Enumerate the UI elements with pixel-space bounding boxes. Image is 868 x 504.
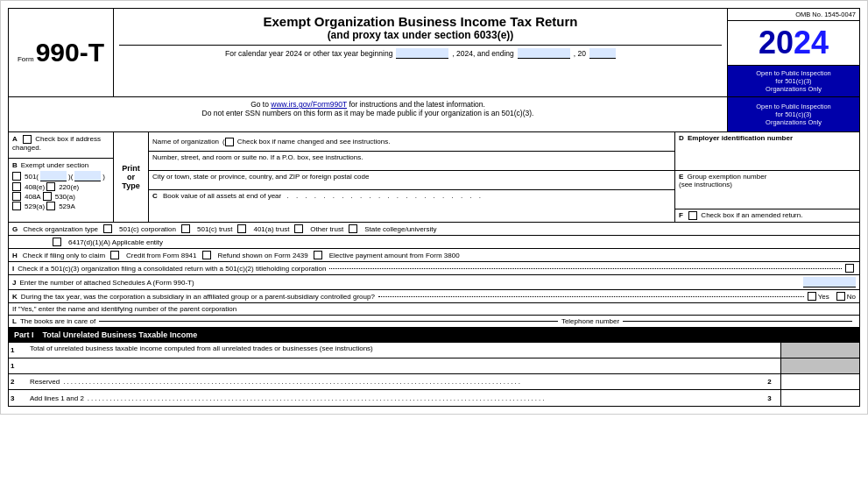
row-ab-section: A Check box if address changed. BExempt … (9, 132, 859, 223)
open-public-line2: for 501(c)(3) (731, 77, 856, 85)
label-l: L (12, 317, 17, 325)
form-title-block: Exempt Organization Business Income Tax … (114, 9, 728, 96)
label-j: J (12, 279, 16, 287)
book-dots: . . . . . . . . . . . . . . . . . . . . … (286, 192, 483, 200)
text-h: Check if filing only to claim (23, 252, 105, 259)
book-row: C Book value of all assets at end of yea… (149, 190, 674, 206)
text-g: Check organization type (23, 225, 98, 233)
label-k: K (12, 293, 18, 301)
label-g-501trust: 501(c) trust (197, 225, 232, 233)
year-display: 2024 (759, 25, 829, 60)
tax-year-end-input[interactable] (518, 48, 570, 59)
checkbox-h-8941[interactable] (110, 251, 119, 259)
checkbox-name-changed[interactable] (225, 138, 234, 146)
row-h: H Check if filing only to claim Credit f… (9, 249, 859, 262)
label-k-yes: Yes (818, 293, 829, 301)
input-j[interactable] (803, 277, 856, 287)
checkbox-g-501trust[interactable] (181, 224, 190, 233)
open-public-line1: Open to Public Inspection (731, 69, 856, 77)
checkbox-k-no[interactable] (836, 292, 845, 301)
label-408a: 408A (25, 193, 41, 201)
checkbox-i[interactable] (845, 264, 854, 273)
label-529a: 529(a) (25, 202, 45, 210)
reserved-label: Reserved (30, 378, 60, 386)
part1-row1-label: Total of unrelated business taxable inco… (26, 343, 759, 358)
form-990t: 990-T (36, 38, 104, 67)
text-l: The books are in care of (20, 317, 95, 325)
checkbox-f[interactable] (688, 211, 697, 220)
checkbox-h-3800[interactable] (314, 251, 322, 259)
label-g-6417: 6417(d)(1)(A) Applicable entity (68, 238, 163, 246)
col-def: D Employer identification number E Group… (675, 132, 859, 222)
text-k2: If "Yes," enter the name and identifying… (12, 305, 236, 313)
label-g: G (12, 225, 18, 233)
part1-row3-linenum: 3 (759, 390, 780, 406)
form-title-line1: Exempt Organization Business Income Tax … (119, 14, 722, 29)
part1-row2-amount[interactable] (780, 374, 859, 389)
label-529A: 529A (59, 202, 75, 210)
checkbox-a[interactable] (23, 135, 32, 144)
year-accent: 24 (794, 25, 829, 60)
input-501[interactable] (40, 171, 67, 181)
open-public-line3: Organizations Only (731, 85, 856, 93)
name-row: Name of organization ( Check box if name… (149, 132, 674, 152)
label-f: F (679, 211, 683, 219)
label-g-state: State college/university (364, 225, 436, 233)
text-f: Check box if an amended return. (701, 211, 802, 219)
part1-row2-label: Reserved ...............................… (26, 374, 759, 389)
checkbox-g-other[interactable] (294, 224, 303, 233)
row-l: L The books are in care of Telephone num… (9, 316, 859, 328)
checkbox-220e[interactable] (46, 182, 55, 191)
year-box: 2024 (728, 21, 859, 66)
info-main: Go to www.irs.gov/Form990T for instructi… (9, 97, 728, 131)
open-public-r1: Open to Public Inspection (731, 103, 856, 110)
print-label: Print (122, 164, 140, 173)
section-e: E Group exemption number (see instructio… (675, 171, 859, 209)
checkbox-k-yes[interactable] (808, 292, 816, 301)
checkbox-529a[interactable] (12, 202, 21, 210)
type-label: Type (122, 181, 139, 190)
input-501c[interactable] (74, 171, 101, 181)
phone-label: Telephone number (561, 317, 619, 325)
checkbox-h-2439[interactable] (202, 251, 211, 259)
label-220e: 220(e) (59, 183, 79, 191)
tax-year-begin-input[interactable] (396, 48, 448, 59)
tax-year-end2-input[interactable] (589, 48, 616, 59)
checkbox-408e[interactable] (12, 182, 21, 191)
label-h-8941: Credit from Form 8941 (126, 252, 196, 259)
text-j: Enter the number of attached Schedules A… (19, 279, 194, 287)
label-530a: 530(a) (55, 193, 75, 201)
name-label: Name of organization (152, 138, 219, 146)
tax-year-row: For calendar year 2024 or other tax year… (119, 45, 722, 59)
form-body: A Check box if address changed. BExempt … (8, 132, 860, 407)
part1-row3-amount[interactable] (780, 390, 859, 406)
row-a: A Check box if address changed. (9, 132, 113, 159)
open-public-right: Open to Public Inspection for 501(c)(3) … (728, 97, 859, 131)
row-g1: G Check organization type 501(c) corpora… (9, 223, 859, 236)
checkbox-529A[interactable] (46, 202, 55, 210)
add-lines-label: Add lines 1 and 2 (30, 394, 84, 402)
open-public-r2: for 501(c)(3) (731, 110, 856, 118)
info-line2: Do not enter SSN numbers on this form as… (11, 109, 724, 117)
addr-row: Number, street, and room or suite no. If… (149, 152, 674, 171)
checkbox-g-state[interactable] (349, 224, 357, 233)
row-j: J Enter the number of attached Schedules… (9, 275, 859, 290)
row-i: I Check if a 501(c)(3) organization fili… (9, 262, 859, 275)
checkbox-501[interactable] (12, 172, 21, 181)
header-right-block: OMB No. 1545-0047 2024 Open to Public In… (728, 9, 859, 96)
form-header: Form 990-T Exempt Organization Business … (8, 8, 860, 97)
tax-year-end: , 20 (574, 49, 586, 58)
label-b: B (12, 161, 18, 169)
checkbox-g-401a[interactable] (237, 224, 246, 233)
irs-link[interactable]: www.irs.gov/Form990T (271, 100, 347, 109)
addr-label: Number, street, and room or suite no. If… (152, 153, 363, 161)
label-e: E (679, 173, 683, 181)
label-h-3800: Elective payment amount from Form 3800 (329, 252, 460, 259)
text-e: Group exemption number (688, 173, 767, 181)
checkbox-g-6417[interactable] (53, 238, 61, 246)
checkbox-530a[interactable] (43, 192, 52, 201)
checkbox-g-501corp[interactable] (103, 224, 112, 233)
page: Form 990-T Exempt Organization Business … (0, 0, 868, 415)
text-e-sub: (see instructions) (679, 181, 856, 188)
checkbox-408a[interactable] (12, 192, 21, 201)
